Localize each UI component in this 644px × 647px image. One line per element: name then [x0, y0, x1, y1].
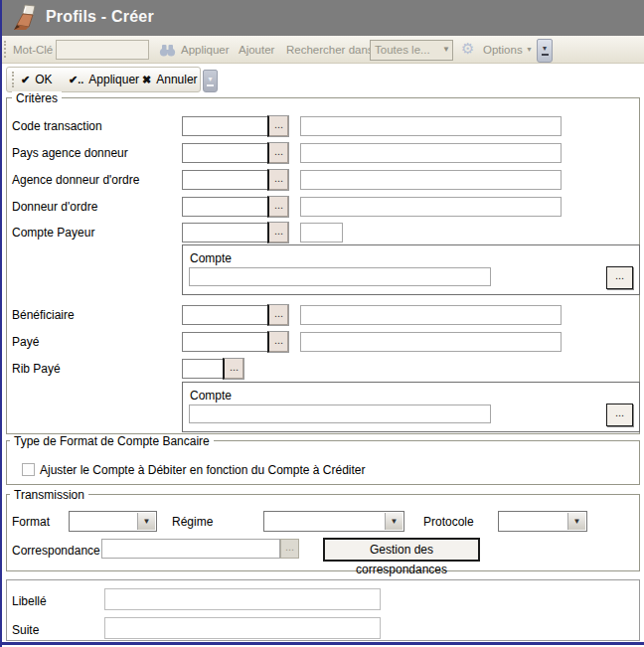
title-bar: Profils - Créer [0, 0, 644, 36]
compte-label: Compte [190, 251, 232, 265]
app-icon [8, 3, 38, 37]
code-transaction-lookup-button[interactable]: ... [267, 115, 289, 137]
window: Profils - Créer Mot-Clé Appliquer Ajoute… [0, 0, 644, 647]
window-border-bottom [0, 642, 644, 645]
cancel-button[interactable]: ✖ Annuler [142, 68, 202, 91]
keyword-label: Mot-Clé [13, 43, 53, 57]
regime-select[interactable]: ▼ [263, 511, 404, 532]
donneur-ordre-label: Donneur d'ordre [12, 200, 97, 214]
toolbar-grip[interactable] [4, 41, 9, 58]
suite-input[interactable] [104, 617, 381, 639]
toolbar-grip[interactable] [12, 72, 17, 87]
donneur-ordre-input[interactable] [182, 197, 268, 217]
beneficiaire-desc-input[interactable] [300, 305, 562, 325]
beneficiaire-label: Bénéficiaire [12, 308, 75, 322]
code-transaction-input[interactable] [182, 116, 268, 136]
chevron-down-icon: ▼ [442, 45, 450, 54]
agence-donneur-ordre-label: Agence donneur d'ordre [12, 173, 139, 187]
toolbar-overflow-button[interactable]: ▾ [203, 70, 218, 92]
overflow-underline [542, 54, 549, 56]
ok-button[interactable]: ✔ OK [21, 68, 63, 91]
action-toolbar: ✔ OK ✔.. Appliquer ✖ Annuler [6, 67, 201, 92]
overflow-underline [207, 84, 214, 86]
pays-agence-donneur-lookup-button[interactable]: ... [267, 142, 289, 164]
protocole-label: Protocole [423, 515, 474, 529]
apply-button-label: Appliquer [88, 73, 139, 86]
agence-donneur-ordre-lookup-button[interactable]: ... [267, 169, 289, 191]
libelle-label: Libellé [12, 594, 47, 608]
format-select[interactable]: ▼ [69, 511, 157, 532]
window-border-left [0, 0, 2, 647]
compte-payeur-groupbox: Compte ... [182, 244, 640, 295]
compte-payeur-compte-lookup-button[interactable]: ... [606, 266, 633, 289]
correspondance-lookup-button: ... [280, 539, 299, 559]
correspondance-input[interactable] [101, 539, 280, 559]
code-transaction-desc-input[interactable] [300, 116, 562, 136]
compte-payeur-lookup-button[interactable]: ... [267, 222, 289, 243]
gestion-correspondances-button[interactable]: Gestion des correspondances [323, 538, 480, 562]
paye-lookup-button[interactable]: ... [267, 331, 289, 353]
search-toolbar: Mot-Clé Appliquer Ajouter Rechercher dan… [0, 36, 644, 64]
chevron-down-icon: ▾ [538, 44, 552, 53]
beneficiaire-input[interactable] [182, 305, 268, 325]
apply-button[interactable]: ✔.. Appliquer [69, 68, 136, 91]
options-button: Options [483, 43, 523, 57]
ajuster-compte-checkbox-label[interactable]: Ajuster le Compte à Débiter en fonction … [40, 463, 366, 477]
apply-search-button: Appliquer [181, 43, 230, 57]
criteria-legend: Critères [12, 91, 62, 105]
page-title: Profils - Créer [46, 8, 154, 26]
libelle-input[interactable] [104, 588, 381, 610]
regime-label: Régime [172, 515, 213, 529]
transmission-legend: Transmission [10, 488, 88, 502]
rib-paye-input[interactable] [182, 359, 224, 379]
cancel-button-label: Annuler [156, 73, 197, 86]
rib-paye-compte-input[interactable] [189, 404, 491, 423]
binoculars-icon [159, 43, 176, 61]
chevron-down-icon: ▼ [385, 513, 402, 530]
check-icon: ✔ [21, 74, 30, 86]
add-button: Ajouter [239, 43, 274, 57]
paye-desc-input[interactable] [300, 332, 562, 352]
ok-button-label: OK [35, 73, 52, 86]
beneficiaire-lookup-button[interactable]: ... [267, 304, 289, 326]
rib-paye-lookup-button[interactable]: ... [223, 358, 244, 380]
code-transaction-label: Code transaction [12, 119, 102, 133]
compte-label: Compte [190, 389, 232, 403]
rib-paye-groupbox: Compte ... [182, 382, 640, 432]
cross-icon: ✖ [142, 74, 151, 86]
chevron-down-icon: ▾ [204, 75, 217, 83]
gear-icon: ⚙ [461, 40, 474, 58]
ajuster-compte-checkbox[interactable] [22, 463, 35, 476]
rib-paye-label: Rib Payé [12, 362, 61, 376]
correspondance-label: Correspondance [12, 544, 100, 558]
pays-agence-donneur-desc-input[interactable] [300, 143, 562, 163]
chevron-down-icon: ▼ [137, 513, 155, 530]
donneur-ordre-desc-input[interactable] [300, 197, 562, 217]
compte-payeur-extra-input[interactable] [300, 223, 343, 243]
search-in-label: Rechercher dans [286, 43, 374, 57]
search-scope-dropdown: Toutes le... ▼ [370, 40, 453, 61]
paye-label: Payé [12, 335, 39, 349]
keyword-input [56, 40, 149, 60]
suite-label: Suite [12, 623, 39, 637]
search-scope-value: Toutes le... [375, 44, 430, 56]
check-dots-icon: ✔.. [69, 74, 83, 86]
pays-agence-donneur-input[interactable] [182, 143, 268, 163]
chevron-down-icon: ▼ [526, 46, 533, 53]
donneur-ordre-lookup-button[interactable]: ... [267, 196, 289, 218]
compte-payeur-compte-input[interactable] [189, 267, 491, 286]
pays-agence-donneur-label: Pays agence donneur [12, 146, 128, 160]
agence-donneur-ordre-input[interactable] [182, 170, 268, 190]
paye-input[interactable] [182, 332, 268, 352]
chevron-down-icon: ▼ [567, 513, 585, 530]
compte-payeur-input[interactable] [182, 223, 268, 243]
format-label: Format [12, 515, 50, 529]
compte-payeur-label: Compte Payeur [12, 226, 94, 240]
rib-paye-compte-lookup-button[interactable]: ... [606, 404, 633, 426]
toolbar-overflow-button[interactable]: ▾ [537, 39, 553, 63]
protocole-select[interactable]: ▼ [498, 511, 587, 532]
agence-donneur-ordre-desc-input[interactable] [300, 170, 562, 190]
format-type-legend: Type de Format de Compte Bancaire [10, 434, 214, 448]
